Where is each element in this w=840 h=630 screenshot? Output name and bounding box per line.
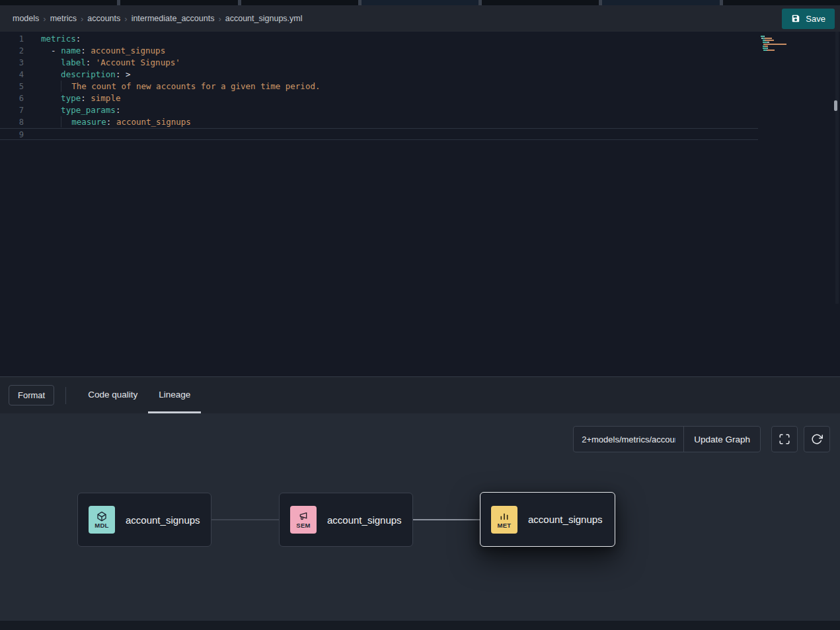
breadcrumb-item[interactable]: account_signups.yml bbox=[225, 14, 303, 23]
editor-tab[interactable] bbox=[120, 0, 241, 5]
save-icon bbox=[791, 14, 800, 23]
lineage-canvas: Update Graph MDLaccount_signupsSEMaccoun… bbox=[0, 413, 840, 621]
breadcrumb-item[interactable]: metrics bbox=[50, 14, 77, 23]
save-button[interactable]: Save bbox=[782, 9, 835, 29]
line-number: 2 bbox=[0, 45, 24, 57]
code-line[interactable]: 9 bbox=[0, 128, 758, 140]
breadcrumb-chevron-icon: › bbox=[43, 14, 46, 24]
code-line[interactable]: 3 label: 'Account Signups' bbox=[0, 57, 758, 69]
breadcrumb-chevron-icon: › bbox=[81, 14, 83, 24]
divider bbox=[65, 387, 66, 404]
breadcrumb-bar: models›metrics›accounts›intermediate_acc… bbox=[0, 5, 840, 32]
node-type-badge: MDL bbox=[89, 506, 115, 534]
lineage-node-label: account_signups bbox=[327, 514, 402, 526]
fullscreen-button[interactable] bbox=[771, 426, 798, 452]
lineage-edge-highlighted bbox=[412, 519, 481, 520]
minimap[interactable] bbox=[761, 36, 802, 53]
editor-scrollbar-thumb[interactable] bbox=[834, 100, 837, 111]
megaphone-icon bbox=[298, 510, 309, 522]
bottom-panel: Format Code quality Lineage Update Graph bbox=[0, 376, 840, 630]
line-number: 1 bbox=[0, 33, 24, 45]
editor-tab[interactable] bbox=[602, 0, 722, 5]
breadcrumb-chevron-icon: › bbox=[124, 14, 127, 24]
code-lines: 1metrics:2 - name: account_signups3 labe… bbox=[0, 33, 840, 140]
editor-tab[interactable] bbox=[723, 0, 840, 5]
line-number: 7 bbox=[0, 104, 24, 116]
save-button-label: Save bbox=[806, 14, 825, 24]
breadcrumb: models›metrics›accounts›intermediate_acc… bbox=[11, 14, 305, 24]
node-type-label: SEM bbox=[296, 522, 311, 529]
lineage-edge bbox=[211, 519, 280, 520]
code-line[interactable]: 1metrics: bbox=[0, 33, 758, 45]
tab-code-quality[interactable]: Code quality bbox=[77, 377, 148, 413]
panel-tabs-row: Format Code quality Lineage bbox=[0, 377, 840, 413]
breadcrumb-item[interactable]: models bbox=[13, 14, 39, 23]
node-type-label: MDL bbox=[95, 522, 108, 529]
code-line[interactable]: 8 measure: account_signups bbox=[0, 116, 758, 128]
lineage-node[interactable]: METaccount_signups bbox=[480, 492, 615, 547]
code-line[interactable]: 6 type: simple bbox=[0, 92, 758, 104]
line-number: 8 bbox=[0, 116, 24, 128]
node-type-badge: SEM bbox=[290, 506, 317, 534]
code-line[interactable]: 7 type_params: bbox=[0, 104, 758, 116]
app-window: models›metrics›accounts›intermediate_acc… bbox=[0, 0, 840, 630]
lineage-filter-group: Update Graph bbox=[573, 426, 761, 452]
code-editor[interactable]: 1metrics:2 - name: account_signups3 labe… bbox=[0, 32, 840, 376]
editor-tab[interactable] bbox=[482, 0, 602, 5]
code-line[interactable]: 5 The count of new accounts for a given … bbox=[0, 81, 758, 92]
line-number: 3 bbox=[0, 57, 24, 69]
code-line[interactable]: 2 - name: account_signups bbox=[0, 45, 758, 57]
refresh-button[interactable] bbox=[804, 426, 830, 452]
lineage-node[interactable]: SEMaccount_signups bbox=[279, 493, 413, 547]
refresh-icon bbox=[811, 433, 823, 445]
status-strip bbox=[0, 621, 840, 630]
editor-tab[interactable] bbox=[362, 0, 482, 5]
line-number: 5 bbox=[0, 81, 24, 92]
line-number: 4 bbox=[0, 69, 24, 81]
breadcrumb-item[interactable]: accounts bbox=[87, 14, 120, 23]
update-graph-button[interactable]: Update Graph bbox=[683, 427, 760, 452]
breadcrumb-chevron-icon: › bbox=[218, 14, 221, 24]
fullscreen-icon bbox=[779, 433, 790, 445]
format-button[interactable]: Format bbox=[9, 385, 54, 405]
code-line[interactable]: 4 description: > bbox=[0, 69, 758, 81]
bar-chart-icon bbox=[499, 510, 510, 522]
lineage-controls: Update Graph bbox=[573, 426, 830, 452]
lineage-node[interactable]: MDLaccount_signups bbox=[77, 493, 211, 547]
tab-lineage[interactable]: Lineage bbox=[148, 377, 201, 413]
breadcrumb-item[interactable]: intermediate_accounts bbox=[132, 14, 215, 23]
lineage-node-label: account_signups bbox=[126, 514, 200, 526]
line-number: 6 bbox=[0, 92, 24, 104]
editor-tab[interactable] bbox=[0, 0, 120, 5]
lineage-filter-input[interactable] bbox=[574, 427, 683, 452]
node-type-badge: MET bbox=[491, 506, 517, 534]
line-number: 9 bbox=[0, 129, 24, 141]
cube-icon bbox=[96, 510, 107, 522]
node-type-label: MET bbox=[498, 522, 512, 529]
editor-tab[interactable] bbox=[241, 0, 362, 5]
lineage-node-label: account_signups bbox=[528, 514, 603, 525]
editor-scrollbar[interactable] bbox=[835, 32, 839, 304]
window-tab-strip bbox=[0, 0, 840, 5]
